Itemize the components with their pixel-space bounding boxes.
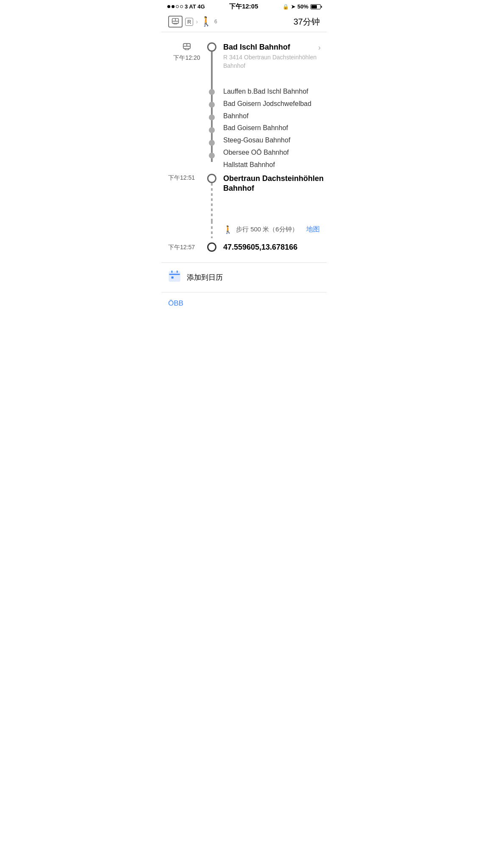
walk-description: 步行 500 米（6分钟）	[236, 225, 298, 234]
provider-link[interactable]: ÖBB	[168, 299, 183, 307]
status-bar: 3 AT 4G 下午12:05 🔒 ➤ 50%	[161, 0, 327, 12]
intermediate-stop-1: Lauffen b.Bad Ischl Bahnhof	[223, 86, 327, 98]
first-stop-train-line: R 3414 Obertraun Dachsteinhöhlen Bahnhof	[223, 53, 327, 70]
add-to-calendar-row[interactable]: 添加到日历	[161, 262, 327, 292]
intermediate-stop-6: Hallstatt Bahnhof	[223, 159, 327, 171]
intermediate-stop-3: Bad Goisern Bahnhof	[223, 122, 327, 134]
final-stop-section: 下午12:57 47.559605,13.678166	[161, 238, 327, 259]
transfer-stop-name: Obertraun Dachsteinhöhlen Bahnhof	[223, 174, 324, 192]
intermediate-stop-2: Bad Goisern Jodschwefelbad Bahnhof	[223, 98, 327, 122]
transfer-time-col: 下午12:51	[168, 174, 205, 182]
status-left: 3 AT 4G	[167, 3, 205, 10]
top-nav: R › 🚶6 37分钟	[161, 12, 327, 32]
svg-rect-12	[169, 272, 180, 281]
intermediate-stop-5-circle	[209, 140, 215, 146]
first-stop-time: 下午12:20	[173, 53, 200, 62]
transfer-timeline-col	[205, 174, 218, 221]
battery-icon	[311, 4, 321, 9]
intermediate-stop-5: Obersee OÖ Bahnhof	[223, 147, 327, 159]
trip-duration: 37分钟	[294, 16, 320, 28]
first-stop-chevron-icon[interactable]: ›	[318, 42, 321, 52]
dashed-line-continue	[211, 221, 213, 238]
intermediate-stop-3-circle	[209, 114, 215, 120]
walk-info: 🚶 步行 500 米（6分钟） 地图	[218, 225, 327, 234]
final-timeline-col	[205, 242, 218, 252]
walk-timeline-col	[205, 221, 218, 238]
intermediate-stop-6-circle	[209, 153, 215, 159]
intermediate-stops-section: Lauffen b.Bad Ischl Bahnhof Bad Goisern …	[161, 86, 327, 171]
carrier-label: 3 AT 4G	[185, 3, 205, 10]
add-to-calendar-label: 添加到日历	[187, 273, 223, 282]
nav-left-transport: R › 🚶6	[168, 16, 217, 28]
walk-person-icon: 🚶	[223, 225, 233, 234]
first-stop-train-icon	[182, 42, 191, 52]
signal-dot-4	[180, 5, 183, 8]
walk-segment-section: 🚶 步行 500 米（6分钟） 地图	[161, 221, 327, 238]
provider-section: ÖBB	[161, 292, 327, 314]
lock-icon: 🔒	[283, 4, 289, 10]
final-stop-circle	[207, 242, 216, 252]
transfer-stop-info: Obertraun Dachsteinhöhlen Bahnhof	[218, 174, 327, 194]
transfer-stop-time: 下午12:51	[168, 173, 195, 181]
intermediate-stop-4-circle	[209, 127, 215, 133]
intermediate-stops-info: Lauffen b.Bad Ischl Bahnhof Bad Goisern …	[218, 86, 327, 171]
first-stop-time-col: 下午12:20	[168, 42, 205, 62]
first-stop-info: Bad Ischl Bahnhof › R 3414 Obertraun Dac…	[218, 42, 327, 70]
calendar-icon	[168, 270, 181, 285]
walk-count: 6	[214, 19, 217, 25]
intermediate-timeline-col	[205, 86, 218, 162]
first-stop-circle	[207, 42, 216, 52]
nav-chevron-icon: ›	[196, 18, 198, 25]
final-time-col: 下午12:57	[168, 243, 205, 251]
line-after-first	[211, 52, 213, 86]
signal-dot-3	[176, 5, 179, 8]
intermediate-stop-2-circle	[209, 102, 215, 108]
battery-fill	[311, 5, 317, 8]
final-stop-time: 下午12:57	[168, 243, 195, 250]
train-mode-icon	[168, 16, 183, 28]
final-stop-coordinates: 47.559605,13.678166	[223, 243, 297, 251]
signal-dots	[167, 5, 183, 8]
walk-mode-icon: 🚶	[200, 16, 212, 27]
transfer-stop-section: 下午12:51 Obertraun Dachsteinhöhlen Bahnho…	[161, 171, 327, 221]
intermediate-stop-1-circle	[209, 89, 215, 95]
map-link[interactable]: 地图	[306, 225, 320, 234]
dashed-line-walk	[211, 183, 213, 221]
transfer-stop-circle	[207, 174, 216, 183]
location-icon: ➤	[291, 4, 295, 10]
status-right: 🔒 ➤ 50%	[283, 3, 321, 10]
final-stop-info: 47.559605,13.678166	[218, 242, 327, 252]
signal-dot-1	[167, 5, 170, 8]
first-stop-name: Bad Ischl Bahnhof	[223, 42, 290, 52]
first-stop-section: 下午12:20 Bad Ischl Bahnhof › R 3414 Obert…	[161, 36, 327, 86]
intermediate-stop-4: Steeg-Gosau Bahnhof	[223, 134, 327, 147]
status-time: 下午12:05	[229, 3, 258, 11]
route-badge: R	[185, 18, 193, 26]
battery-percent: 50%	[297, 3, 308, 10]
svg-rect-16	[172, 276, 174, 278]
route-content: 下午12:20 Bad Ischl Bahnhof › R 3414 Obert…	[161, 32, 327, 319]
first-stop-timeline	[205, 42, 218, 86]
signal-dot-2	[172, 5, 175, 8]
calendar-svg	[168, 270, 181, 282]
